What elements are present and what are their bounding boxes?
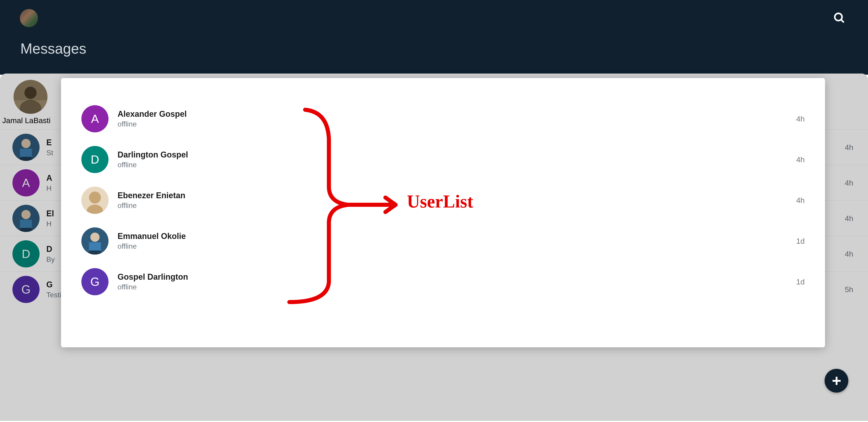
user-name: Ebenezer Enietan xyxy=(118,191,185,200)
user-list-modal[interactable]: AAlexander Gospeloffline4hDDarlington Go… xyxy=(61,78,825,347)
user-body: Gospel Darlingtonoffline xyxy=(118,272,188,291)
user-status: offline xyxy=(118,283,188,291)
svg-rect-8 xyxy=(20,149,32,157)
page-title: Messages xyxy=(20,40,855,57)
user-time: 1d xyxy=(796,237,805,246)
svg-rect-5 xyxy=(13,100,48,114)
avatar-photo xyxy=(81,187,108,214)
user-body: Darlington Gospeloffline xyxy=(118,150,188,169)
svg-point-13 xyxy=(89,192,101,204)
svg-point-10 xyxy=(22,210,31,219)
avatar-placeholder-icon xyxy=(13,80,48,114)
svg-rect-17 xyxy=(89,242,101,251)
new-message-button[interactable] xyxy=(825,369,848,393)
user-time: 4h xyxy=(796,155,805,164)
svg-line-1 xyxy=(841,20,844,22)
svg-point-0 xyxy=(835,13,842,21)
user-name: Gospel Darlington xyxy=(118,272,188,282)
user-list-item[interactable]: AAlexander Gospeloffline4h xyxy=(81,99,805,139)
user-list-item[interactable]: GGospel Darlingtonoffline1d xyxy=(81,261,805,302)
avatar-photo xyxy=(81,227,108,255)
top-header-row xyxy=(20,9,855,27)
user-status: offline xyxy=(118,161,188,169)
plus-icon xyxy=(831,375,843,387)
svg-point-3 xyxy=(24,87,37,99)
avatar-placeholder-icon xyxy=(81,187,108,214)
featured-avatar xyxy=(13,80,48,114)
avatar-placeholder-icon xyxy=(12,205,39,232)
avatar-placeholder-icon xyxy=(81,227,108,255)
user-list-item[interactable]: Emmanuel Okolieoffline1d xyxy=(81,221,805,261)
user-status: offline xyxy=(118,201,185,210)
user-time: 1d xyxy=(796,277,805,286)
avatar-initial: G xyxy=(12,276,39,303)
user-name: Emmanuel Okolie xyxy=(118,231,186,241)
user-name: Darlington Gospel xyxy=(118,150,188,160)
avatar-initial: A xyxy=(12,169,39,196)
search-icon xyxy=(833,11,845,24)
conversation-time: 4h xyxy=(845,178,853,187)
conversation-time: 4h xyxy=(845,143,853,152)
avatar-initial: D xyxy=(12,240,39,268)
svg-point-7 xyxy=(22,139,31,148)
user-body: Emmanuel Okolieoffline xyxy=(118,231,186,251)
user-status: offline xyxy=(118,120,187,128)
svg-point-16 xyxy=(90,233,100,242)
brand-avatar[interactable] xyxy=(20,9,38,27)
user-body: Ebenezer Enietanoffline xyxy=(118,191,185,210)
avatar-initial: A xyxy=(81,105,108,132)
conversation-time: 5h xyxy=(845,285,853,294)
user-time: 4h xyxy=(796,196,805,205)
conversation-time: 4h xyxy=(845,214,853,223)
user-name: Alexander Gospel xyxy=(118,109,187,119)
conversation-time: 4h xyxy=(845,250,853,258)
search-button[interactable] xyxy=(833,11,855,25)
user-body: Alexander Gospeloffline xyxy=(118,109,187,128)
avatar-initial: D xyxy=(81,146,108,173)
avatar-initial: G xyxy=(81,268,108,295)
user-list-item[interactable]: DDarlington Gospeloffline4h xyxy=(81,139,805,180)
main-area: Jamal LaBasti ESt4hAAH4hElH4hDDBy4hGGTes… xyxy=(0,74,868,421)
avatar-photo xyxy=(12,134,39,161)
avatar-photo xyxy=(12,205,39,232)
user-time: 4h xyxy=(796,114,805,123)
user-list-item[interactable]: Ebenezer Enietanoffline4h xyxy=(81,180,805,221)
avatar-placeholder-icon xyxy=(12,134,39,161)
svg-rect-11 xyxy=(20,220,32,228)
user-status: offline xyxy=(118,242,186,251)
top-header: Messages xyxy=(0,0,868,75)
